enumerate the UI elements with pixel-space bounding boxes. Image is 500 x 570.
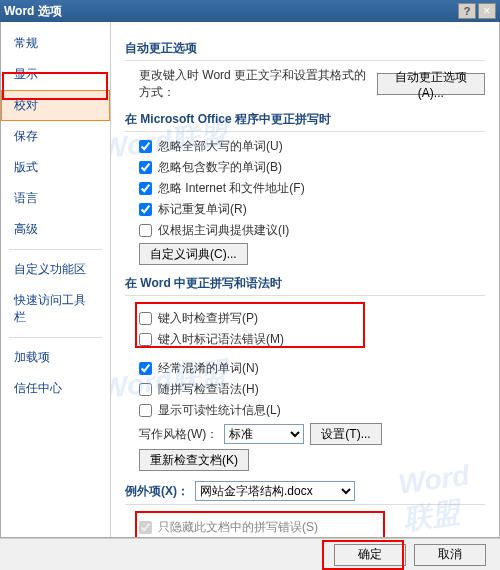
- help-button[interactable]: ?: [458, 3, 476, 19]
- sidebar-item-layout[interactable]: 版式: [1, 152, 110, 183]
- cancel-button[interactable]: 取消: [414, 544, 486, 566]
- writing-style-select[interactable]: 标准: [224, 424, 304, 444]
- lbl-grammar-typing: 键入时标记语法错误(M): [158, 331, 284, 348]
- section-exceptions: 例外项(X)： 网站金字塔结构.docx: [125, 481, 485, 505]
- sidebar-item-general[interactable]: 常规: [1, 28, 110, 59]
- sidebar-item-trust[interactable]: 信任中心: [1, 373, 110, 404]
- lbl-confused: 经常混淆的单词(N): [158, 360, 259, 377]
- lbl-maindict: 仅根据主词典提供建议(I): [158, 222, 289, 239]
- lbl-readability: 显示可读性统计信息(L): [158, 402, 281, 419]
- sidebar-item-proofing[interactable]: 校对: [1, 90, 110, 121]
- dialog-footer: 确定 取消: [0, 538, 500, 570]
- chk-grammar-with-spell[interactable]: [139, 383, 152, 396]
- sidebar: 常规 显示 校对 保存 版式 语言 高级 自定义功能区 快速访问工具栏 加载项 …: [1, 22, 111, 537]
- sidebar-item-language[interactable]: 语言: [1, 183, 110, 214]
- chk-numbers[interactable]: [139, 161, 152, 174]
- chk-maindict[interactable]: [139, 224, 152, 237]
- section-autocorrect: 自动更正选项: [125, 40, 485, 61]
- section-word-spelling: 在 Word 中更正拼写和语法时: [125, 275, 485, 296]
- autocorrect-options-button[interactable]: 自动更正选项(A)...: [377, 73, 485, 95]
- lbl-uppercase: 忽略全部大写的单词(U): [158, 138, 283, 155]
- chk-grammar-typing[interactable]: [139, 333, 152, 346]
- chk-confused[interactable]: [139, 362, 152, 375]
- lbl-hide-spelling: 只隐藏此文档中的拼写错误(S): [158, 519, 318, 536]
- chk-uppercase[interactable]: [139, 140, 152, 153]
- sidebar-item-display[interactable]: 显示: [1, 59, 110, 90]
- window-title: Word 选项: [4, 3, 456, 20]
- writing-style-label: 写作风格(W)：: [139, 426, 218, 443]
- lbl-numbers: 忽略包含数字的单词(B): [158, 159, 282, 176]
- custom-dictionaries-button[interactable]: 自定义词典(C)...: [139, 243, 248, 265]
- sidebar-item-save[interactable]: 保存: [1, 121, 110, 152]
- title-bar: Word 选项 ? ✕: [0, 0, 500, 22]
- exceptions-label: 例外项(X)：: [125, 483, 189, 500]
- content-panel: Word联盟 Word联盟 Word联盟 自动更正选项 更改键入时 Word 更…: [111, 22, 499, 537]
- lbl-grammar-with-spell: 随拼写检查语法(H): [158, 381, 259, 398]
- lbl-repeated: 标记重复单词(R): [158, 201, 247, 218]
- exceptions-doc-select[interactable]: 网站金字塔结构.docx: [195, 481, 355, 501]
- chk-readability[interactable]: [139, 404, 152, 417]
- close-button[interactable]: ✕: [478, 3, 496, 19]
- sidebar-item-addins[interactable]: 加载项: [1, 342, 110, 373]
- chk-hide-spelling[interactable]: [139, 521, 152, 534]
- writing-style-settings-button[interactable]: 设置(T)...: [310, 423, 381, 445]
- lbl-internet: 忽略 Internet 和文件地址(F): [158, 180, 305, 197]
- lbl-spellcheck-typing: 键入时检查拼写(P): [158, 310, 258, 327]
- recheck-doc-button[interactable]: 重新检查文档(K): [139, 449, 249, 471]
- ok-button[interactable]: 确定: [334, 544, 406, 566]
- autocorrect-text: 更改键入时 Word 更正文字和设置其格式的方式：: [139, 67, 371, 101]
- chk-internet[interactable]: [139, 182, 152, 195]
- section-office-spelling: 在 Microsoft Office 程序中更正拼写时: [125, 111, 485, 132]
- sidebar-item-qat[interactable]: 快速访问工具栏: [1, 285, 110, 333]
- sidebar-item-customize-ribbon[interactable]: 自定义功能区: [1, 254, 110, 285]
- chk-repeated[interactable]: [139, 203, 152, 216]
- chk-spellcheck-typing[interactable]: [139, 312, 152, 325]
- sidebar-item-advanced[interactable]: 高级: [1, 214, 110, 245]
